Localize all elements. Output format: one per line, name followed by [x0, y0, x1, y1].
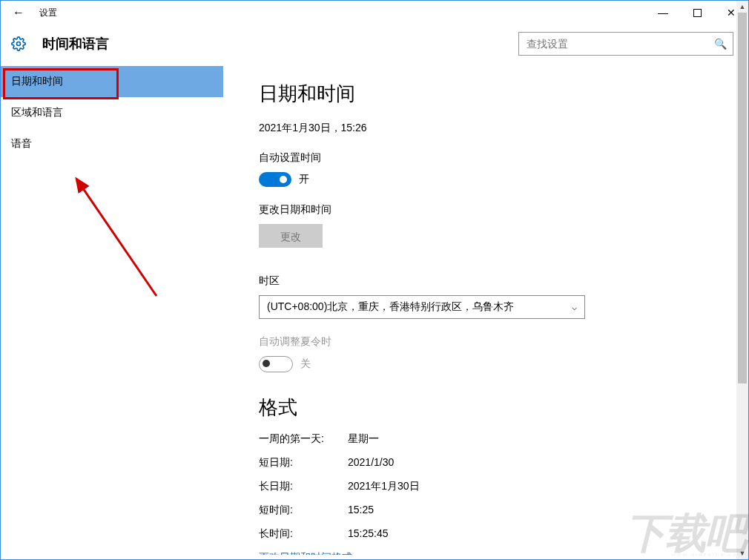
search-icon: 🔍 [714, 38, 727, 50]
main-content: 日期和时间 2021年1月30日，15:26 自动设置时间 开 更改日期和时间 … [223, 66, 748, 555]
timezone-combobox[interactable]: (UTC+08:00)北京，重庆，香港特别行政区，乌鲁木齐 ⌵ [259, 295, 585, 319]
format-value: 15:25 [348, 504, 374, 517]
chevron-down-icon: ⌵ [572, 302, 577, 312]
format-label: 短时间: [259, 504, 348, 517]
maximize-button[interactable] [680, 1, 714, 24]
sidebar-item-datetime[interactable]: 日期和时间 [1, 66, 223, 97]
search-box[interactable]: 🔍 [518, 32, 733, 56]
format-row: 短日期: 2021/1/30 [259, 456, 726, 470]
format-label: 短日期: [259, 456, 348, 470]
toggle-state-label: 关 [300, 358, 311, 371]
dst-toggle: 关 [259, 356, 726, 372]
sidebar-item-label: 区域和语言 [11, 106, 63, 119]
timezone-value: (UTC+08:00)北京，重庆，香港特别行政区，乌鲁木齐 [267, 300, 572, 314]
sidebar: 日期和时间 区域和语言 语音 [1, 66, 223, 555]
format-row: 短时间: 15:25 [259, 504, 726, 517]
format-row: 长时间: 15:25:45 [259, 527, 726, 541]
section-heading-format: 格式 [259, 395, 726, 421]
svg-point-1 [17, 42, 21, 46]
scrollbar-thumb[interactable] [738, 13, 747, 383]
sidebar-item-label: 日期和时间 [11, 75, 63, 88]
format-value: 15:25:45 [348, 527, 389, 541]
toggle-state-label: 开 [299, 173, 309, 186]
gear-icon [11, 36, 26, 51]
format-label: 长日期: [259, 480, 348, 493]
format-value: 2021年1月30日 [348, 480, 420, 493]
current-datetime: 2021年1月30日，15:26 [259, 122, 726, 135]
page-title: 时间和语言 [42, 35, 518, 53]
minimize-button[interactable]: — [646, 1, 680, 24]
sidebar-item-speech[interactable]: 语音 [1, 128, 223, 159]
format-value: 星期一 [348, 432, 379, 446]
auto-time-toggle[interactable]: 开 [259, 172, 726, 187]
timezone-label: 时区 [259, 274, 726, 288]
format-label: 一周的第一天: [259, 432, 348, 446]
scroll-down-icon[interactable]: ▼ [736, 547, 748, 559]
change-datetime-button: 更改 [259, 224, 323, 248]
annotation-arrow-icon [67, 170, 164, 303]
back-button[interactable]: ← [11, 5, 26, 20]
header: 时间和语言 🔍 [1, 24, 748, 66]
sidebar-item-label: 语音 [11, 137, 32, 151]
change-datetime-label: 更改日期和时间 [259, 203, 726, 217]
scrollbar[interactable]: ▲ ▼ [736, 1, 748, 559]
svg-line-2 [76, 179, 156, 296]
change-format-link[interactable]: 更改日期和时间格式 [259, 551, 726, 555]
scroll-up-icon[interactable]: ▲ [736, 1, 748, 13]
format-row: 长日期: 2021年1月30日 [259, 480, 726, 493]
sidebar-item-region[interactable]: 区域和语言 [1, 97, 223, 128]
svg-rect-0 [693, 9, 701, 16]
format-label: 长时间: [259, 527, 348, 541]
auto-time-label: 自动设置时间 [259, 151, 726, 165]
format-row: 一周的第一天: 星期一 [259, 432, 726, 446]
format-value: 2021/1/30 [348, 456, 394, 470]
dst-label: 自动调整夏令时 [259, 335, 726, 349]
search-input[interactable] [525, 37, 714, 50]
window-title: 设置 [39, 7, 646, 19]
titlebar: ← 设置 — ✕ [1, 1, 748, 24]
format-table: 一周的第一天: 星期一 短日期: 2021/1/30 长日期: 2021年1月3… [259, 432, 726, 541]
section-heading-datetime: 日期和时间 [259, 81, 726, 107]
